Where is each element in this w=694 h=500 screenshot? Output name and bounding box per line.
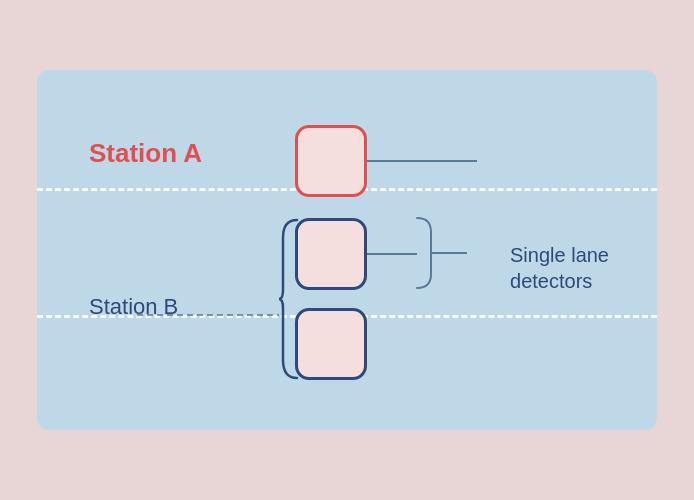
station-a-label: Station A [89,138,202,169]
detector-station-b-1 [295,218,367,290]
station-b-bracket [277,218,299,380]
diagram-container: Station A Station B Single lane detector… [37,70,657,430]
detector-station-b-2 [295,308,367,380]
station-b-label: Station B [89,294,178,320]
detectors-label: Single lane detectors [510,242,609,294]
detector-station-a [295,125,367,197]
